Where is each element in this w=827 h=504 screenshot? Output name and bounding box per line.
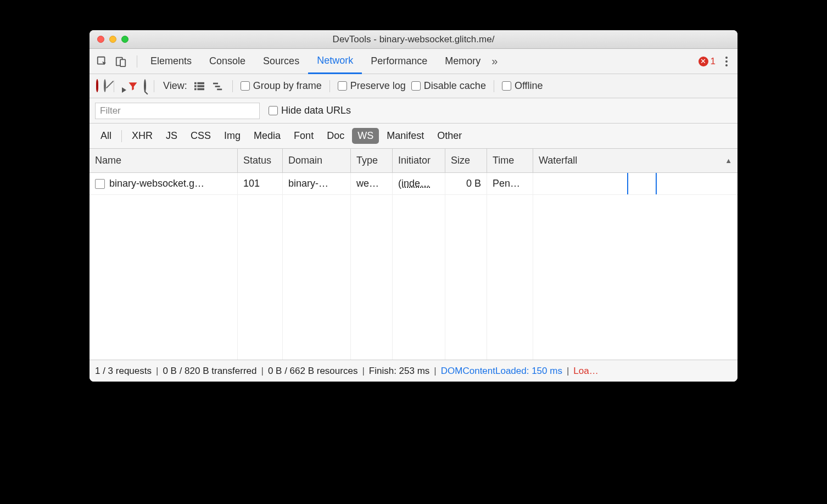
view-label: View: bbox=[163, 80, 187, 92]
status-load: Loa… bbox=[573, 366, 598, 377]
status-resources: 0 B / 662 B resources bbox=[268, 366, 357, 377]
col-type[interactable]: Type bbox=[351, 149, 393, 172]
search-icon[interactable] bbox=[144, 80, 146, 92]
separator bbox=[232, 80, 233, 92]
network-toolbar: View: Group by frame Preserve log Disabl… bbox=[90, 74, 737, 98]
svg-rect-5 bbox=[194, 85, 197, 87]
status-finish: Finish: 253 ms bbox=[369, 366, 430, 377]
col-name[interactable]: Name bbox=[90, 149, 238, 172]
titlebar: DevTools - binary-websocket.glitch.me/ bbox=[90, 30, 737, 49]
svg-rect-2 bbox=[120, 59, 125, 66]
cell-name: binary-websocket.g… bbox=[90, 173, 238, 194]
filter-type-xhr[interactable]: XHR bbox=[126, 128, 158, 144]
tab-performance[interactable]: Performance bbox=[362, 49, 436, 74]
status-domcontentloaded: DOMContentLoaded: 150 ms bbox=[441, 366, 562, 377]
preserve-log-checkbox[interactable]: Preserve log bbox=[338, 80, 406, 92]
col-domain[interactable]: Domain bbox=[283, 149, 351, 172]
sort-indicator-icon: ▲ bbox=[725, 156, 732, 165]
file-icon bbox=[95, 179, 105, 189]
tab-sources[interactable]: Sources bbox=[254, 49, 308, 74]
zoom-window-button[interactable] bbox=[121, 36, 128, 43]
col-time[interactable]: Time bbox=[487, 149, 533, 172]
svg-rect-3 bbox=[194, 82, 197, 84]
waterfall-marker bbox=[627, 173, 628, 194]
grid-body: binary-websocket.g… 101 binary-… we… (in… bbox=[90, 173, 737, 360]
error-count: 1 bbox=[711, 56, 716, 67]
svg-rect-10 bbox=[215, 86, 220, 87]
hide-data-urls-checkbox[interactable]: Hide data URLs bbox=[269, 105, 351, 116]
minimize-window-button[interactable] bbox=[109, 36, 116, 43]
filter-type-media[interactable]: Media bbox=[248, 128, 286, 144]
separator bbox=[329, 80, 330, 92]
col-waterfall[interactable]: Waterfall ▲ bbox=[533, 149, 737, 172]
status-requests: 1 / 3 requests bbox=[95, 366, 152, 377]
filter-row: Filter Hide data URLs bbox=[90, 98, 737, 124]
tab-network[interactable]: Network bbox=[308, 49, 362, 74]
devtools-window: DevTools - binary-websocket.glitch.me/ E… bbox=[90, 30, 737, 382]
separator bbox=[121, 130, 122, 142]
filter-type-other[interactable]: Other bbox=[432, 128, 467, 144]
window-controls bbox=[97, 36, 128, 43]
requests-grid: Name Status Domain Type Initiator Size T… bbox=[90, 149, 737, 360]
separator bbox=[154, 80, 154, 92]
cell-waterfall bbox=[533, 173, 737, 194]
inspect-element-icon[interactable] bbox=[95, 54, 109, 69]
record-button[interactable] bbox=[96, 80, 98, 92]
filter-type-ws[interactable]: WS bbox=[352, 128, 379, 144]
tab-elements[interactable]: Elements bbox=[142, 49, 200, 74]
filter-type-css[interactable]: CSS bbox=[185, 128, 216, 144]
filter-type-all[interactable]: All bbox=[95, 128, 117, 144]
large-rows-icon[interactable] bbox=[193, 81, 206, 92]
cell-time: Pen… bbox=[487, 173, 533, 194]
more-tabs-icon[interactable]: » bbox=[491, 55, 498, 68]
waterfall-marker bbox=[656, 173, 657, 194]
waterfall-view-icon[interactable] bbox=[211, 81, 225, 92]
filter-type-font[interactable]: Font bbox=[288, 128, 319, 144]
svg-rect-9 bbox=[213, 82, 218, 84]
panel-tabbar: Elements Console Sources Network Perform… bbox=[90, 49, 737, 74]
clear-button[interactable] bbox=[104, 80, 106, 92]
offline-checkbox[interactable]: Offline bbox=[502, 80, 543, 92]
separator bbox=[494, 80, 494, 92]
window-title: DevTools - binary-websocket.glitch.me/ bbox=[90, 34, 737, 45]
col-initiator[interactable]: Initiator bbox=[393, 149, 445, 172]
svg-rect-11 bbox=[217, 88, 222, 90]
status-transferred: 0 B / 820 B transferred bbox=[163, 366, 256, 377]
error-icon: ✕ bbox=[699, 57, 708, 66]
request-row[interactable]: binary-websocket.g… 101 binary-… we… (in… bbox=[90, 173, 737, 195]
col-size[interactable]: Size bbox=[445, 149, 487, 172]
filter-type-doc[interactable]: Doc bbox=[321, 128, 350, 144]
cell-size: 0 B bbox=[445, 173, 487, 194]
filter-type-js[interactable]: JS bbox=[160, 128, 183, 144]
cell-type: we… bbox=[351, 173, 393, 194]
filter-type-manifest[interactable]: Manifest bbox=[381, 128, 429, 144]
filter-type-img[interactable]: Img bbox=[219, 128, 246, 144]
filter-icon[interactable] bbox=[127, 81, 138, 92]
separator bbox=[137, 55, 137, 68]
close-window-button[interactable] bbox=[97, 36, 104, 43]
cell-status: 101 bbox=[238, 173, 283, 194]
svg-rect-8 bbox=[197, 88, 204, 90]
tab-console[interactable]: Console bbox=[200, 49, 254, 74]
status-bar: 1 / 3 requests | 0 B / 820 B transferred… bbox=[90, 360, 737, 382]
cell-initiator: (inde… bbox=[393, 173, 445, 194]
kebab-menu-icon[interactable] bbox=[721, 57, 732, 66]
svg-rect-4 bbox=[197, 82, 204, 84]
tab-memory[interactable]: Memory bbox=[436, 49, 489, 74]
separator bbox=[114, 80, 114, 92]
filter-input[interactable]: Filter bbox=[95, 103, 260, 119]
error-count-badge[interactable]: ✕ 1 bbox=[699, 56, 716, 67]
group-by-frame-checkbox[interactable]: Group by frame bbox=[241, 80, 322, 92]
type-filter-row: All XHR JS CSS Img Media Font Doc WS Man… bbox=[90, 124, 737, 149]
cell-domain: binary-… bbox=[283, 173, 351, 194]
disable-cache-checkbox[interactable]: Disable cache bbox=[411, 80, 486, 92]
column-guides bbox=[90, 173, 737, 360]
grid-header: Name Status Domain Type Initiator Size T… bbox=[90, 149, 737, 173]
col-status[interactable]: Status bbox=[238, 149, 283, 172]
svg-rect-6 bbox=[197, 85, 204, 87]
device-toolbar-icon[interactable] bbox=[114, 54, 128, 69]
svg-rect-7 bbox=[194, 88, 197, 90]
